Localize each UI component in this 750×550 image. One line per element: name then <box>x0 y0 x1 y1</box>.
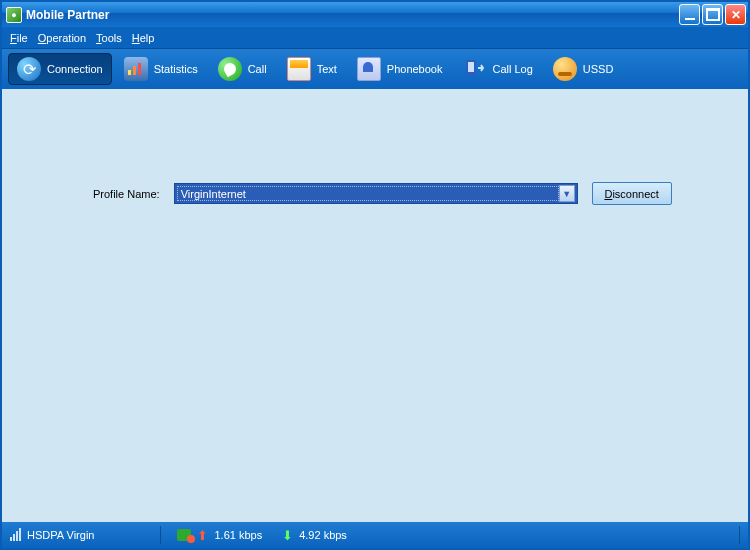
svg-rect-1 <box>133 66 136 75</box>
menu-file[interactable]: File <box>10 32 28 44</box>
titlebar[interactable]: ● Mobile Partner <box>2 2 748 27</box>
tab-call-label: Call <box>248 63 267 75</box>
profile-name-label: Profile Name: <box>93 188 160 200</box>
menu-operation[interactable]: Operation <box>38 32 86 44</box>
upload-arrow-icon: ⬆ <box>197 529 208 542</box>
svg-rect-2 <box>138 63 141 75</box>
menu-tools[interactable]: Tools <box>96 32 122 44</box>
status-network: HSDPA Virgin <box>10 529 94 541</box>
chevron-down-icon[interactable]: ▼ <box>559 185 575 202</box>
close-button[interactable] <box>725 4 746 25</box>
tab-ussd-label: USSD <box>583 63 614 75</box>
status-separator <box>739 526 740 544</box>
ussd-icon <box>553 57 577 81</box>
tab-call-log-label: Call Log <box>492 63 532 75</box>
maximize-button[interactable] <box>702 4 723 25</box>
tab-statistics[interactable]: Statistics <box>116 53 206 85</box>
app-window: ● Mobile Partner File Operation Tools He… <box>0 0 750 550</box>
tab-ussd[interactable]: USSD <box>545 53 622 85</box>
window-title: Mobile Partner <box>26 8 679 22</box>
svg-rect-0 <box>128 70 131 75</box>
statistics-icon <box>124 57 148 81</box>
call-icon <box>218 57 242 81</box>
menu-operation-label: peration <box>46 32 86 44</box>
app-icon: ● <box>6 7 22 23</box>
text-icon <box>287 57 311 81</box>
svg-rect-4 <box>468 62 474 72</box>
status-separator <box>160 526 161 544</box>
tab-phonebook[interactable]: Phonebook <box>349 53 451 85</box>
menu-help[interactable]: Help <box>132 32 155 44</box>
connection-icon <box>17 57 41 81</box>
tab-call-log[interactable]: Call Log <box>454 53 540 85</box>
download-arrow-icon: ⬇ <box>282 529 293 542</box>
tab-text-label: Text <box>317 63 337 75</box>
phonebook-icon <box>357 57 381 81</box>
statusbar: HSDPA Virgin ⬆ 1.61 kbps ⬇ 4.92 kbps <box>2 522 748 548</box>
profile-selected-value: VirginInternet <box>177 186 559 201</box>
status-transfer: ⬆ 1.61 kbps ⬇ 4.92 kbps <box>177 529 346 542</box>
menu-file-label: ile <box>17 32 28 44</box>
disconnect-button-rest: isconnect <box>612 188 658 200</box>
call-log-icon <box>462 57 486 81</box>
status-network-label: HSDPA Virgin <box>27 529 94 541</box>
status-right <box>739 526 740 544</box>
profile-select[interactable]: VirginInternet ▼ <box>174 183 578 204</box>
tab-connection[interactable]: Connection <box>8 53 112 85</box>
transfer-icon <box>177 529 191 541</box>
minimize-button[interactable] <box>679 4 700 25</box>
status-upload-label: 1.61 kbps <box>214 529 262 541</box>
menu-help-label: elp <box>140 32 155 44</box>
tab-statistics-label: Statistics <box>154 63 198 75</box>
tab-phonebook-label: Phonebook <box>387 63 443 75</box>
disconnect-button[interactable]: Disconnect <box>592 182 672 205</box>
signal-icon <box>10 529 21 541</box>
tab-text[interactable]: Text <box>279 53 345 85</box>
menu-tools-label: ools <box>102 32 122 44</box>
menubar: File Operation Tools Help <box>2 27 748 49</box>
status-download-label: 4.92 kbps <box>299 529 347 541</box>
window-controls <box>679 4 746 25</box>
content-area: Profile Name: VirginInternet ▼ Disconnec… <box>2 89 748 522</box>
tab-call[interactable]: Call <box>210 53 275 85</box>
profile-row: Profile Name: VirginInternet ▼ Disconnec… <box>93 182 672 205</box>
toolbar: Connection Statistics Call Text Phoneboo… <box>2 49 748 89</box>
tab-connection-label: Connection <box>47 63 103 75</box>
